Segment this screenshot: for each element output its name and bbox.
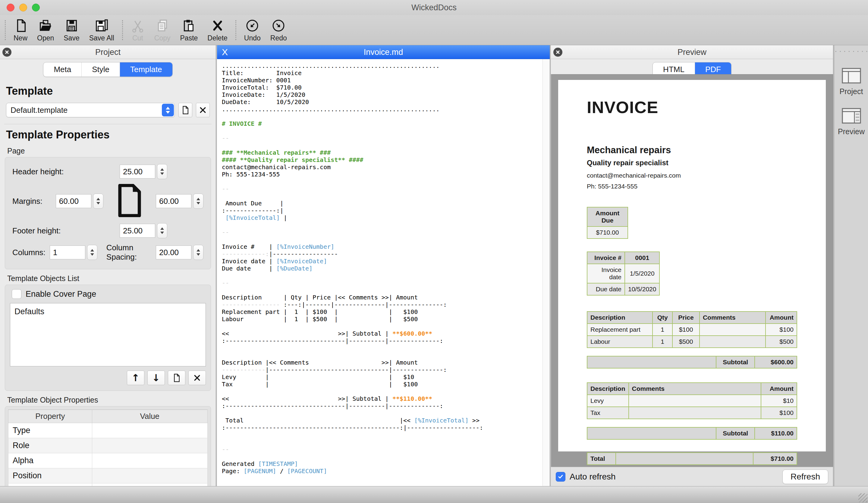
margin-left-stepper[interactable] <box>93 194 103 209</box>
new-button[interactable]: New <box>9 16 32 44</box>
titlebar: WickedDocs <box>0 0 868 15</box>
property-row: Text <box>8 483 208 486</box>
document-title: Invoice.md <box>217 45 550 59</box>
margins-label: Margins: <box>12 197 42 206</box>
column-spacing-stepper[interactable] <box>193 245 204 260</box>
open-button[interactable]: Open <box>32 16 59 44</box>
total-bar: Total $710.00 <box>587 452 797 465</box>
columns-stepper[interactable] <box>87 245 97 260</box>
delete-button-label: Delete <box>207 34 227 42</box>
paste-button-label: Paste <box>180 34 198 42</box>
new-button-label: New <box>13 34 28 42</box>
delete-object-button[interactable] <box>188 371 206 385</box>
move-object-down-button[interactable]: ↓ <box>147 371 165 385</box>
move-object-up-button[interactable]: ↑ <box>127 371 144 385</box>
new-template-button[interactable] <box>178 103 192 117</box>
header-height-stepper[interactable] <box>157 164 167 179</box>
margin-right-stepper[interactable] <box>193 194 204 209</box>
property-value-cell[interactable] <box>92 438 207 453</box>
rail-item-preview[interactable]: Preview <box>835 108 868 136</box>
editor-line: InvoiceNumber: 0001 <box>222 76 542 84</box>
invoice-info-row: Due date10/5/2020 <box>587 283 659 295</box>
close-preview-panel-icon[interactable] <box>553 48 562 57</box>
property-name-cell: Alpha <box>8 453 92 468</box>
save-button[interactable]: Save <box>59 16 84 44</box>
property-value-cell[interactable] <box>92 468 207 483</box>
tab-meta[interactable]: Meta <box>43 62 82 76</box>
editor-content[interactable]: ........................................… <box>217 59 542 486</box>
new-object-button[interactable] <box>168 371 185 385</box>
editor-line <box>222 272 542 279</box>
resize-grip[interactable] <box>858 493 867 502</box>
table-header-row: DescriptionQtyPriceCommentsAmount <box>587 311 797 324</box>
editor-line: Levy | | $10 <box>222 373 542 381</box>
delete-button[interactable]: Delete <box>203 16 232 44</box>
subtotal-bar-2: Subtotal $110.00 <box>587 427 797 440</box>
company-contact: contact@mechanical-repairs.com <box>587 172 797 179</box>
editor-line: -- <box>222 446 542 453</box>
subtotal-2-value: $110.00 <box>755 427 797 439</box>
tab-template[interactable]: Template <box>120 62 172 76</box>
paste-button[interactable]: Paste <box>175 16 203 44</box>
editor-line: Tax | | $100 <box>222 381 542 388</box>
invoice-info-table: Invoice #0001Invoice date1/5/2020Due dat… <box>587 252 660 296</box>
template-select[interactable]: Default.template <box>6 103 175 117</box>
editor-line: Total |<< [%InvoiceTotal] >> <box>222 417 542 424</box>
undo-button-label: Undo <box>244 34 261 42</box>
preview-panel-icon <box>842 108 861 124</box>
close-project-panel-icon[interactable] <box>2 48 11 57</box>
subtotal-1-label: Subtotal <box>716 356 755 368</box>
template-objects-listbox[interactable]: Defaults <box>10 303 206 366</box>
editor-panel: X Invoice.md ...........................… <box>217 45 550 486</box>
editor-line: Description | Qty | Price |<< Comments >… <box>222 294 542 301</box>
rail-item-project[interactable]: Project <box>835 68 868 96</box>
auto-refresh-checkbox[interactable] <box>556 472 566 482</box>
property-value-cell[interactable] <box>92 423 207 438</box>
header-height-input[interactable] <box>120 165 155 178</box>
enable-cover-page-checkbox[interactable] <box>12 289 21 299</box>
objects-list-group: Enable Cover Page Defaults ↑ ↓ <box>5 285 211 391</box>
preview-panel-title: Preview <box>551 45 833 59</box>
panel-rail: ········ Project Preview <box>834 45 868 486</box>
redo-button[interactable]: Redo <box>266 16 292 44</box>
property-value-cell[interactable] <box>92 483 207 486</box>
saveall-button[interactable]: Save All <box>84 16 119 44</box>
editor-line: Invoice date | [%InvoiceDate] <box>222 258 542 265</box>
property-value-cell[interactable] <box>92 453 207 468</box>
editor-line <box>222 287 542 294</box>
close-document-icon[interactable]: X <box>222 45 228 59</box>
page-icon <box>117 184 143 218</box>
property-row: Type <box>8 423 208 438</box>
margin-left-input[interactable] <box>56 194 91 208</box>
column-spacing-input[interactable] <box>156 245 192 259</box>
footer-height-stepper[interactable] <box>157 223 167 238</box>
pdf-preview-viewport[interactable]: INVOICE Mechanical repairs Quality repai… <box>551 74 833 467</box>
undo-button[interactable]: Undo <box>239 16 266 44</box>
redo-icon <box>271 19 286 33</box>
editor-line: ........................................… <box>222 62 542 69</box>
saveall-icon <box>95 19 108 33</box>
margin-right-input[interactable] <box>156 194 192 208</box>
template-object-item[interactable]: Defaults <box>14 306 201 318</box>
editor-line <box>222 127 542 134</box>
copy-button[interactable]: Copy <box>149 16 175 44</box>
table-row: Labour1$500$500 <box>587 336 797 348</box>
footer-height-input[interactable] <box>120 224 155 238</box>
columns-input[interactable] <box>50 245 85 259</box>
rail-drag-handle[interactable]: ········ <box>835 45 868 56</box>
editor-line <box>222 142 542 149</box>
editor-line <box>222 178 542 185</box>
delete-template-button[interactable] <box>196 103 210 117</box>
save-button-label: Save <box>64 34 79 42</box>
refresh-button[interactable]: Refresh <box>783 470 828 484</box>
project-panel-title: Project <box>0 45 216 59</box>
invoice-info-row: Invoice date1/5/2020 <box>587 264 659 283</box>
property-name-cell: Text <box>8 483 92 486</box>
cut-button[interactable]: Cut <box>126 16 149 44</box>
editor-scrollbar[interactable] <box>542 59 550 486</box>
total-label: Total <box>587 453 616 465</box>
tab-style[interactable]: Style <box>82 62 120 76</box>
object-properties-group: Property Value TypeRoleAlphaPositionText… <box>5 406 211 486</box>
property-name-cell: Role <box>8 438 92 453</box>
property-column-header: Property <box>8 410 92 423</box>
